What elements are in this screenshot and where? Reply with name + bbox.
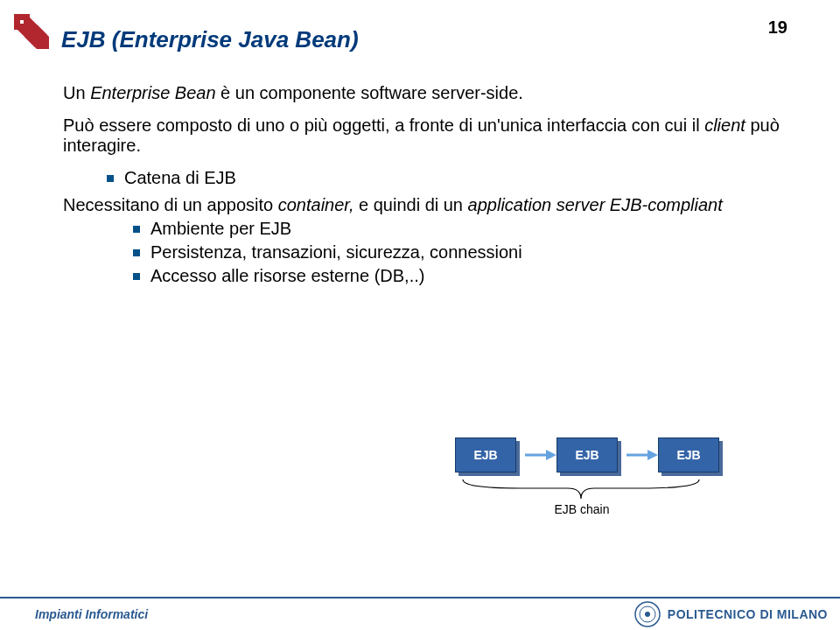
diagram-row: EJB EJB EJB: [455, 438, 770, 472]
svg-marker-10: [546, 450, 556, 460]
page-number: 19: [768, 18, 788, 38]
list-item-label: Persistenza, transazioni, sicurezza, con…: [150, 242, 522, 262]
brace-icon: [458, 478, 704, 504]
ejb-box-label: EJB: [455, 438, 516, 472]
header: EJB (Enterprise Java Bean) 19: [61, 26, 788, 53]
ejb-chain-diagram: EJB EJB EJB EJB chain: [455, 438, 770, 551]
sub-body: Ambiente per EJB Persistenza, transazion…: [89, 219, 788, 286]
paragraph-3: Necessitano di un apposito container, e …: [63, 195, 788, 215]
slide-title: EJB (Enterprise Java Bean): [61, 26, 359, 53]
text: Può essere composto di uno o più oggetti…: [63, 116, 704, 135]
bullet-list-1: Catena di EJB: [63, 168, 788, 188]
paragraph-1: Un Enterprise Bean è un componente softw…: [63, 83, 788, 103]
paragraph-2: Può essere composto di uno o più oggetti…: [63, 116, 788, 156]
footer-left-text: Impianti Informatici: [35, 607, 148, 621]
text: Un: [63, 83, 90, 102]
svg-point-15: [645, 612, 650, 617]
arrow-right-icon: [525, 446, 556, 464]
svg-marker-12: [648, 450, 658, 460]
emphasis: Enterprise Bean: [90, 83, 215, 102]
university-logo-icon: [634, 601, 661, 627]
svg-rect-8: [15, 15, 20, 27]
text: e quindi di un: [354, 195, 467, 214]
footer-right: POLITECNICO DI MILANO: [634, 601, 828, 627]
emphasis: client: [704, 116, 746, 135]
list-item: Accesso alle risorse esterne (DB,..): [133, 266, 788, 286]
list-item-label: Catena di EJB: [124, 168, 236, 188]
emphasis: container,: [278, 195, 354, 214]
slide: EJB (Enterprise Java Bean) 19 Un Enterpr…: [0, 0, 840, 630]
list-item-label: Ambiente per EJB: [150, 219, 291, 239]
list-item: Ambiente per EJB: [133, 219, 788, 239]
bullet-list-2: Ambiente per EJB Persistenza, transazion…: [89, 219, 788, 286]
ejb-box-label: EJB: [556, 438, 618, 472]
bullet-icon: [107, 175, 114, 182]
diagram-caption: EJB chain: [455, 502, 709, 516]
footer-right-text: POLITECNICO DI MILANO: [668, 607, 828, 621]
arrow-right-icon: [626, 446, 658, 464]
list-item: Persistenza, transazioni, sicurezza, con…: [133, 242, 788, 262]
bullet-icon: [133, 226, 140, 233]
list-item-label: Accesso alle risorse esterne (DB,..): [150, 266, 424, 286]
ejb-box-label: EJB: [658, 438, 719, 472]
content-area: Un Enterprise Bean è un componente softw…: [63, 83, 788, 293]
ejb-node: EJB: [658, 438, 719, 472]
ejb-node: EJB: [455, 438, 516, 472]
bullet-icon: [133, 273, 140, 280]
ejb-node: EJB: [556, 438, 618, 472]
bullet-icon: [133, 249, 140, 256]
corner-arrow-icon: [12, 12, 51, 51]
list-item: Catena di EJB: [107, 168, 788, 188]
text: è un componente software server-side.: [216, 83, 523, 102]
text: Necessitano di un apposito: [63, 195, 278, 214]
footer: Impianti Informatici POLITECNICO DI MILA…: [0, 597, 840, 630]
emphasis: application server EJB-compliant: [468, 195, 723, 214]
